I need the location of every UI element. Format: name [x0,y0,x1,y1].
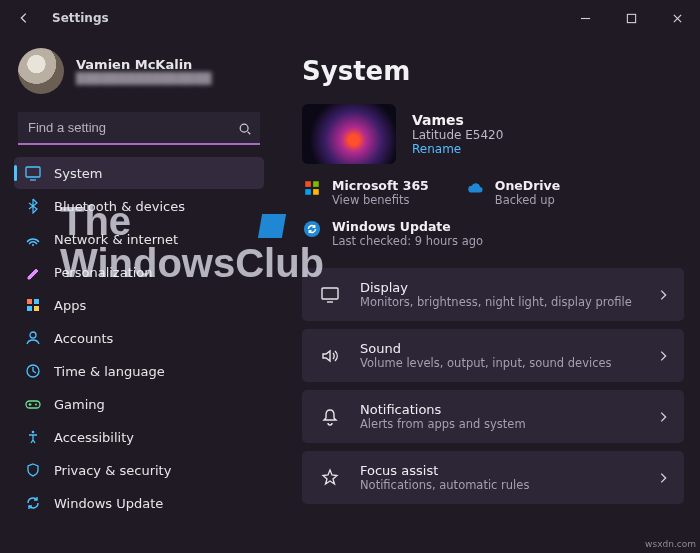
sidebar-item-label: Windows Update [54,496,163,511]
sidebar-item-personalization[interactable]: Personalization [14,256,264,288]
sidebar-item-label: Accessibility [54,430,134,445]
sidebar-item-label: System [54,166,102,181]
sidebar-item-privacy[interactable]: Privacy & security [14,454,264,486]
sidebar-item-apps[interactable]: Apps [14,289,264,321]
device-name: Vames [412,112,503,128]
status-sub: View benefits [332,193,429,207]
card-title: Display [360,280,640,295]
sidebar-item-gaming[interactable]: Gaming [14,388,264,420]
status-update[interactable]: Windows UpdateLast checked: 9 hours ago [302,219,483,248]
card-title: Focus assist [360,463,640,478]
sidebar-item-label: Gaming [54,397,105,412]
profile-name: Vamien McKalin [76,57,211,72]
status-sub: Last checked: 9 hours ago [332,234,483,248]
chevron-right-icon [656,349,670,363]
status-sub: Backed up [495,193,560,207]
page-heading: System [302,56,684,86]
card-title: Sound [360,341,640,356]
status-title: Microsoft 365 [332,178,429,193]
chevron-right-icon [656,471,670,485]
window-title: Settings [52,11,109,25]
sidebar-item-label: Accounts [54,331,113,346]
chevron-right-icon [656,288,670,302]
bluetooth-icon [24,197,42,215]
sidebar-item-label: Time & language [54,364,165,379]
notifications-icon [316,407,344,427]
sidebar-item-label: Personalization [54,265,153,280]
sidebar-item-system[interactable]: System [14,157,264,189]
card-notifications[interactable]: NotificationsAlerts from apps and system [302,390,684,443]
close-button[interactable] [654,0,700,36]
network-icon [24,230,42,248]
card-focus[interactable]: Focus assistNotifications, automatic rul… [302,451,684,504]
card-sub: Alerts from apps and system [360,417,640,431]
sidebar-item-network[interactable]: Network & internet [14,223,264,255]
personalization-icon [24,263,42,281]
search-input[interactable] [18,112,260,145]
settings-cards: DisplayMonitors, brightness, night light… [302,268,684,504]
accessibility-icon [24,428,42,446]
sidebar-item-update[interactable]: Windows Update [14,487,264,519]
status-row: Microsoft 365View benefitsOneDriveBacked… [302,178,684,248]
gaming-icon [24,395,42,413]
profile-email: ████████████████ [76,72,211,85]
update-icon [24,494,42,512]
update-icon [302,219,322,239]
status-ms365[interactable]: Microsoft 365View benefits [302,178,429,207]
sidebar-item-label: Network & internet [54,232,178,247]
sidebar-item-label: Bluetooth & devices [54,199,185,214]
system-icon [24,164,42,182]
chevron-right-icon [656,410,670,424]
accounts-icon [24,329,42,347]
status-onedrive[interactable]: OneDriveBacked up [465,178,560,207]
time-icon [24,362,42,380]
device-wallpaper-thumb [302,104,396,164]
status-title: OneDrive [495,178,560,193]
content-area: System Vames Latitude E5420 Rename Micro… [272,36,700,553]
sidebar-item-time[interactable]: Time & language [14,355,264,387]
device-model: Latitude E5420 [412,128,503,142]
card-sub: Notifications, automatic rules [360,478,640,492]
card-sound[interactable]: SoundVolume levels, output, input, sound… [302,329,684,382]
search-field[interactable] [18,112,260,145]
sidebar-item-label: Apps [54,298,86,313]
user-profile[interactable]: Vamien McKalin ████████████████ [14,42,264,106]
rename-link[interactable]: Rename [412,142,503,156]
card-sub: Volume levels, output, input, sound devi… [360,356,640,370]
ms365-icon [302,178,322,198]
sound-icon [316,346,344,366]
onedrive-icon [465,178,485,198]
privacy-icon [24,461,42,479]
avatar [18,48,64,94]
apps-icon [24,296,42,314]
search-icon [238,122,252,136]
maximize-button[interactable] [608,0,654,36]
display-icon [316,285,344,305]
focus-icon [316,468,344,488]
minimize-button[interactable] [562,0,608,36]
device-panel: Vames Latitude E5420 Rename [302,104,684,164]
nav-list: SystemBluetooth & devicesNetwork & inter… [14,157,264,519]
sidebar-item-bluetooth[interactable]: Bluetooth & devices [14,190,264,222]
status-title: Windows Update [332,219,483,234]
sidebar-item-accessibility[interactable]: Accessibility [14,421,264,453]
back-button[interactable] [14,11,34,25]
card-title: Notifications [360,402,640,417]
sidebar-item-label: Privacy & security [54,463,171,478]
sidebar: Vamien McKalin ████████████████ SystemBl… [0,36,272,553]
card-display[interactable]: DisplayMonitors, brightness, night light… [302,268,684,321]
footer-text: wsxdn.com [645,539,696,549]
sidebar-item-accounts[interactable]: Accounts [14,322,264,354]
card-sub: Monitors, brightness, night light, displ… [360,295,640,309]
title-bar: Settings [0,0,700,36]
